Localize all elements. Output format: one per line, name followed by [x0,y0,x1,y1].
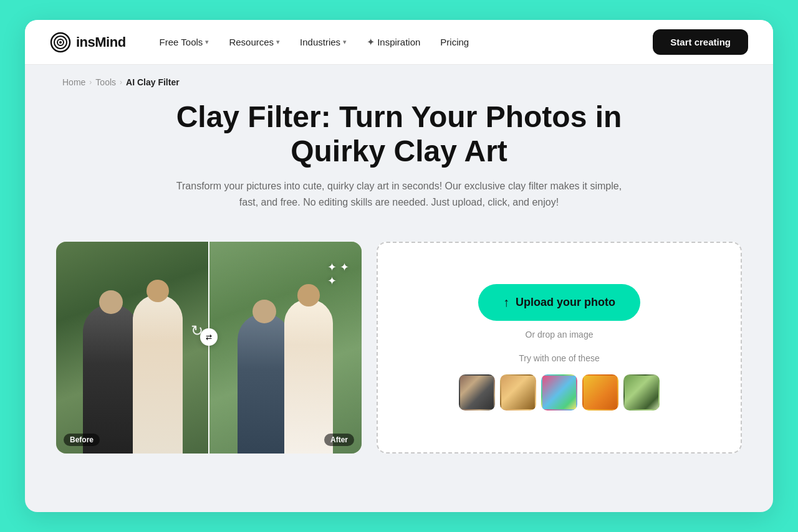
before-after-inner: Before ⇄ ↻ ✦ ✦✦ [56,242,362,454]
navbar: insMind Free Tools ▾ Resources ▾ Industr… [25,20,773,65]
main-card: insMind Free Tools ▾ Resources ▾ Industr… [25,20,773,512]
sample-thumb-1[interactable] [459,374,495,411]
brand-name: insMind [76,34,126,50]
sample-thumb-4[interactable] [582,374,618,411]
sample-thumb-3[interactable] [541,374,577,411]
svg-point-3 [59,41,62,44]
person-bride [133,295,183,454]
content-row: Before ⇄ ↻ ✦ ✦✦ [25,229,773,478]
before-after-container: Before ⇄ ↻ ✦ ✦✦ [56,242,362,454]
chevron-down-icon: ▾ [343,38,347,46]
start-creating-button[interactable]: Start creating [653,29,748,55]
chevron-down-icon: ▾ [205,38,209,46]
sample-thumb-5[interactable] [623,374,660,411]
breadcrumb-sep-2: › [120,78,122,87]
before-half: Before [56,242,209,454]
nav-item-free-tools[interactable]: Free Tools ▾ [151,32,218,52]
clay-bride [284,299,333,454]
hero-description: Transform your pictures into cute, quirk… [175,178,623,210]
divider-arrow: ⇄ [200,328,218,346]
after-label: After [324,434,354,446]
try-with-label: Try with one of these [519,353,599,363]
chevron-down-icon: ▾ [276,38,280,46]
nav-item-inspiration[interactable]: ✦ Inspiration [358,31,429,53]
upload-button[interactable]: ↑ Upload your photo [478,284,640,321]
before-photo [56,242,209,454]
upload-area: ↑ Upload your photo Or drop an image Try… [377,242,742,454]
clay-groom [238,313,291,454]
logo-icon [50,32,71,53]
before-label: Before [64,434,100,446]
breadcrumb: Home › Tools › AI Clay Filter [25,65,773,93]
breadcrumb-tools[interactable]: Tools [95,77,116,87]
couple-silhouette-before [56,273,209,454]
breadcrumb-current: AI Clay Filter [126,77,180,87]
hero-section: Clay Filter: Turn Your Photos in Quirky … [25,93,773,229]
after-half: After [209,242,362,454]
nav-links: Free Tools ▾ Resources ▾ Industries ▾ ✦ … [151,31,653,53]
or-drop-label: Or drop an image [526,330,594,340]
sample-thumbs-row [459,374,660,411]
sparkle-icon: ✦ [367,36,375,48]
sample-thumb-2[interactable] [500,374,536,411]
divider-line [208,242,209,454]
logo[interactable]: insMind [50,32,126,53]
nav-item-pricing[interactable]: Pricing [431,32,478,52]
nav-item-resources[interactable]: Resources ▾ [220,32,289,52]
upload-icon: ↑ [503,295,509,310]
couple-silhouette-after [209,273,362,454]
person-groom [83,304,139,454]
breadcrumb-sep-1: › [89,78,92,87]
after-photo [209,242,362,454]
page-title: Clay Filter: Turn Your Photos in Quirky … [143,100,655,168]
breadcrumb-home[interactable]: Home [62,77,85,87]
nav-item-industries[interactable]: Industries ▾ [291,32,355,52]
